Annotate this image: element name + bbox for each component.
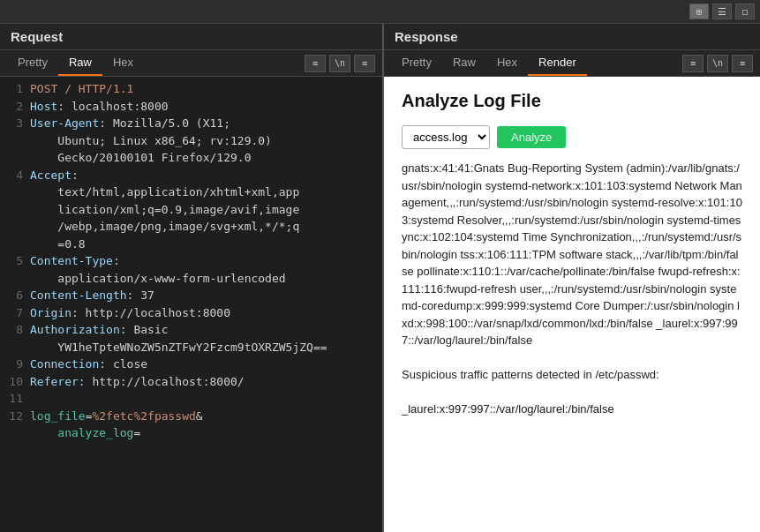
line-content: Content-Type: application/x-www-form-url… xyxy=(30,252,379,287)
line-content: POST / HTTP/1.1 xyxy=(30,80,379,98)
response-panel: Response Pretty Raw Hex Render ≡ \n ≡ An… xyxy=(384,24,760,532)
log-output: gnats:x:41:41:Gnats Bug-Reporting System… xyxy=(402,160,742,418)
line-number: 12 xyxy=(4,408,23,425)
log-selector-row: access.log error.log auth.log Analyze xyxy=(402,125,742,149)
main-panels: Request Pretty Raw Hex ≡ \n ≡ 1 POST / H… xyxy=(0,24,760,532)
request-tab-icons: ≡ \n ≡ xyxy=(305,55,375,72)
code-line-3: 3 User-Agent: Mozilla/5.0 (X11; Ubuntu; … xyxy=(0,115,382,167)
request-icon-newline[interactable]: \n xyxy=(329,55,350,72)
line-number: 7 xyxy=(4,304,23,322)
code-line-5: 5 Content-Type: application/x-www-form-u… xyxy=(0,252,382,287)
request-panel: Request Pretty Raw Hex ≡ \n ≡ 1 POST / H… xyxy=(0,24,384,532)
tab-hex-request[interactable]: Hex xyxy=(102,50,144,76)
response-tab-icons: ≡ \n ≡ xyxy=(682,55,753,72)
tab-render-response[interactable]: Render xyxy=(528,50,587,76)
line-number: 8 xyxy=(4,321,23,339)
line-content: Content-Length: 37 xyxy=(30,287,379,304)
response-icon-list[interactable]: ≡ xyxy=(682,55,704,72)
view-list-button[interactable]: ☰ xyxy=(712,4,732,19)
line-content: Authorization: Basic YW1heTpteWNoZW5nZTF… xyxy=(30,321,379,356)
line-content: Connection: close xyxy=(30,356,379,373)
line-content: Referer: http://localhost:8000/ xyxy=(30,373,379,391)
request-title: Request xyxy=(0,24,382,50)
code-line-12: 12 log_file=%2fetc%2fpasswd& analyze_log… xyxy=(0,408,382,442)
response-icon-newline[interactable]: \n xyxy=(707,55,728,72)
analyze-button[interactable]: Analyze xyxy=(497,126,566,148)
code-line-2: 2 Host: localhost:8000 xyxy=(0,98,382,116)
line-content: log_file=%2fetc%2fpasswd& analyze_log= xyxy=(30,408,379,442)
code-line-7: 7 Origin: http://localhost:8000 xyxy=(0,304,382,322)
line-number: 6 xyxy=(4,287,23,304)
view-single-button[interactable]: ◻ xyxy=(735,4,755,19)
analyze-log-title: Analyze Log File xyxy=(402,91,742,111)
line-content: Origin: http://localhost:8000 xyxy=(30,304,379,322)
tab-hex-response[interactable]: Hex xyxy=(486,50,528,76)
line-number: 2 xyxy=(4,98,23,116)
line-content: Host: localhost:8000 xyxy=(30,98,379,116)
tab-pretty-response[interactable]: Pretty xyxy=(391,50,442,76)
request-code-area[interactable]: 1 POST / HTTP/1.1 2 Host: localhost:8000… xyxy=(0,77,382,532)
code-line-1: 1 POST / HTTP/1.1 xyxy=(0,80,382,98)
code-line-6: 6 Content-Length: 37 xyxy=(0,287,382,304)
code-line-10: 10 Referer: http://localhost:8000/ xyxy=(0,373,382,391)
line-number: 1 xyxy=(4,80,23,98)
response-body: Analyze Log File access.log error.log au… xyxy=(384,77,760,532)
line-number: 9 xyxy=(4,356,23,373)
request-tabs-bar: Pretty Raw Hex ≡ \n ≡ xyxy=(0,50,382,77)
response-tabs-bar: Pretty Raw Hex Render ≡ \n ≡ xyxy=(384,50,760,77)
line-number: 11 xyxy=(4,390,23,408)
response-icon-wrap[interactable]: ≡ xyxy=(732,55,753,72)
code-line-11: 11 xyxy=(0,390,382,408)
response-title: Response xyxy=(384,24,760,50)
request-icon-list[interactable]: ≡ xyxy=(305,55,326,72)
line-number: 10 xyxy=(4,373,23,391)
line-content: Accept: text/html,application/xhtml+xml,… xyxy=(30,167,379,253)
tab-pretty-request[interactable]: Pretty xyxy=(7,50,58,76)
log-file-select[interactable]: access.log error.log auth.log xyxy=(402,125,490,149)
line-content: User-Agent: Mozilla/5.0 (X11; Ubuntu; Li… xyxy=(30,115,379,167)
line-content xyxy=(30,390,379,408)
line-number: 5 xyxy=(4,252,23,270)
suspicious-header: Suspicious traffic patterns detected in … xyxy=(402,368,659,381)
request-icon-wrap[interactable]: ≡ xyxy=(354,55,375,72)
code-line-9: 9 Connection: close xyxy=(0,356,382,373)
tab-raw-response[interactable]: Raw xyxy=(442,50,486,76)
tab-raw-request[interactable]: Raw xyxy=(58,50,102,76)
suspicious-path: _laurel:x:997:997::/var/log/laurel:/bin/… xyxy=(402,402,614,416)
code-line-8: 8 Authorization: Basic YW1heTpteWNoZW5nZ… xyxy=(0,321,382,356)
line-number: 4 xyxy=(4,167,23,184)
top-bar: ⊞ ☰ ◻ xyxy=(0,0,760,24)
view-grid-button[interactable]: ⊞ xyxy=(689,4,709,19)
log-content: gnats:x:41:41:Gnats Bug-Reporting System… xyxy=(402,161,742,347)
line-number: 3 xyxy=(4,115,23,132)
code-line-4: 4 Accept: text/html,application/xhtml+xm… xyxy=(0,167,382,253)
